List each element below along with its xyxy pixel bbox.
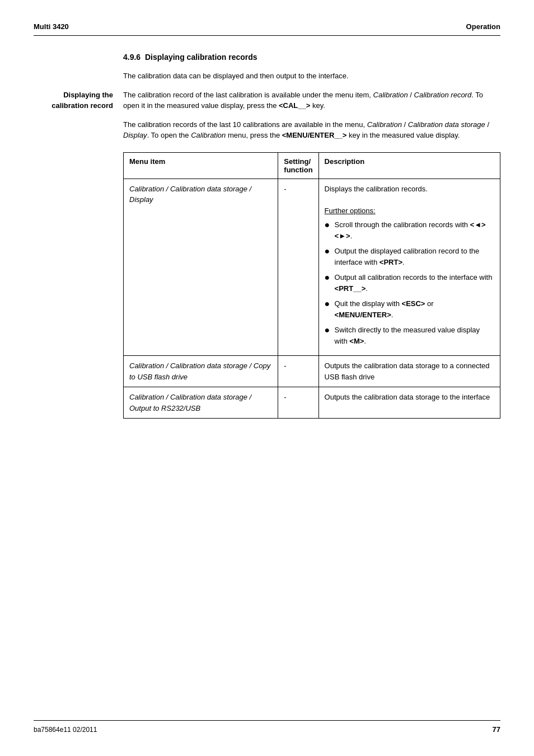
table-row-3: Calibration / Calibration data storage /… <box>124 387 500 419</box>
col-header-description: Description <box>318 152 500 179</box>
page-footer: ba75864e11 02/2011 77 <box>34 720 500 734</box>
footer-right: 77 <box>493 725 500 734</box>
bullet-list: ● Scroll through the calibration records… <box>325 219 494 346</box>
bullet-4: ● Quit the display with <ESC> or <MENU/E… <box>325 298 494 320</box>
header-right: Operation <box>466 22 500 31</box>
row3-setting: - <box>278 387 318 419</box>
bullet-3: ● Output all calibration records to the … <box>325 272 494 294</box>
further-options-label: Further options: <box>325 205 494 217</box>
page: Multi 3420 Operation 4.9.6 Displaying ca… <box>0 0 534 756</box>
bullet-1: ● Scroll through the calibration records… <box>325 219 494 241</box>
para2-text: The calibration records of the last 10 c… <box>123 119 500 141</box>
row1-setting: - <box>278 179 318 356</box>
intro-text: The calibration data can be displayed an… <box>123 71 500 82</box>
bullet-2: ● Output the displayed calibration recor… <box>325 246 494 267</box>
row2-description: Outputs the calibration data storage to … <box>318 356 500 387</box>
side-label-line2: calibration record <box>51 101 113 110</box>
row3-menu: Calibration / Calibration data storage /… <box>124 387 278 419</box>
side-label-line1: Displaying the <box>63 91 113 99</box>
row1-description: Displays the calibration records. Furthe… <box>318 179 500 356</box>
header-left: Multi 3420 <box>34 22 69 31</box>
col-header-setting: Setting/function <box>278 152 318 179</box>
page-header: Multi 3420 Operation <box>34 22 500 36</box>
para1-text: The calibration record of the last calib… <box>123 90 500 111</box>
table-row-1: Calibration / Calibration data storage /… <box>124 179 500 356</box>
row1-menu: Calibration / Calibration data storage /… <box>124 179 278 356</box>
row2-setting: - <box>278 356 318 387</box>
footer-left: ba75864e11 02/2011 <box>34 726 97 734</box>
calibration-table: Menu item Setting/function Description C… <box>123 152 500 419</box>
col-header-menu: Menu item <box>124 152 278 179</box>
section-title: 4.9.6 Displaying calibration records <box>123 53 500 62</box>
row3-description: Outputs the calibration data storage to … <box>318 387 500 419</box>
table-row-2: Calibration / Calibration data storage /… <box>124 356 500 387</box>
bullet-5: ● Switch directly to the measured value … <box>325 325 494 346</box>
row2-menu: Calibration / Calibration data storage /… <box>124 356 278 387</box>
